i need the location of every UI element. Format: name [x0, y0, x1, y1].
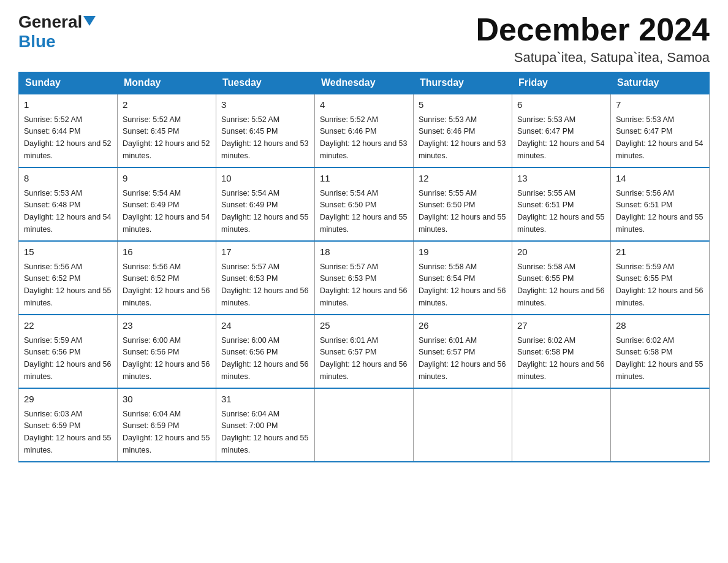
day-detail: Sunrise: 5:55 AMSunset: 6:51 PMDaylight:…	[517, 189, 604, 234]
day-number: 9	[123, 172, 211, 186]
day-detail: Sunrise: 6:02 AMSunset: 6:58 PMDaylight:…	[517, 336, 604, 381]
day-number: 31	[221, 393, 309, 407]
day-detail: Sunrise: 5:52 AMSunset: 6:45 PMDaylight:…	[123, 115, 210, 160]
day-number: 21	[616, 245, 704, 259]
calendar-cell: 16Sunrise: 5:56 AMSunset: 6:52 PMDayligh…	[118, 241, 216, 315]
calendar-week-row: 8Sunrise: 5:53 AMSunset: 6:48 PMDaylight…	[19, 167, 710, 241]
calendar-cell: 8Sunrise: 5:53 AMSunset: 6:48 PMDaylight…	[19, 167, 118, 241]
calendar-cell: 19Sunrise: 5:58 AMSunset: 6:54 PMDayligh…	[414, 241, 512, 315]
day-detail: Sunrise: 5:58 AMSunset: 6:55 PMDaylight:…	[517, 262, 604, 307]
day-number: 30	[123, 393, 211, 407]
day-detail: Sunrise: 6:04 AMSunset: 6:59 PMDaylight:…	[123, 410, 210, 454]
calendar-cell: 30Sunrise: 6:04 AMSunset: 6:59 PMDayligh…	[118, 388, 216, 462]
day-detail: Sunrise: 5:55 AMSunset: 6:50 PMDaylight:…	[419, 189, 506, 234]
day-detail: Sunrise: 5:53 AMSunset: 6:47 PMDaylight:…	[517, 115, 604, 160]
calendar-cell: 7Sunrise: 5:53 AMSunset: 6:47 PMDaylight…	[611, 94, 710, 167]
day-number: 15	[24, 245, 112, 259]
day-number: 10	[221, 172, 309, 186]
day-detail: Sunrise: 5:52 AMSunset: 6:44 PMDaylight:…	[24, 115, 111, 160]
day-detail: Sunrise: 6:03 AMSunset: 6:59 PMDaylight:…	[24, 410, 111, 454]
day-detail: Sunrise: 6:04 AMSunset: 7:00 PMDaylight:…	[221, 410, 308, 454]
day-number: 7	[616, 98, 704, 112]
calendar-week-row: 22Sunrise: 5:59 AMSunset: 6:56 PMDayligh…	[19, 315, 710, 388]
calendar-cell: 25Sunrise: 6:01 AMSunset: 6:57 PMDayligh…	[315, 315, 414, 388]
calendar-week-row: 1Sunrise: 5:52 AMSunset: 6:44 PMDaylight…	[19, 94, 710, 167]
day-number: 5	[419, 98, 507, 112]
calendar-week-row: 15Sunrise: 5:56 AMSunset: 6:52 PMDayligh…	[19, 241, 710, 315]
title-block: December 2024 Satupa`itea, Satupa`itea, …	[476, 12, 710, 66]
calendar-cell: 24Sunrise: 6:00 AMSunset: 6:56 PMDayligh…	[216, 315, 315, 388]
calendar-cell: 10Sunrise: 5:54 AMSunset: 6:49 PMDayligh…	[216, 167, 315, 241]
day-number: 24	[221, 319, 309, 333]
calendar-cell: 12Sunrise: 5:55 AMSunset: 6:50 PMDayligh…	[414, 167, 512, 241]
day-number: 22	[24, 319, 112, 333]
calendar-cell	[512, 388, 611, 462]
calendar-cell: 17Sunrise: 5:57 AMSunset: 6:53 PMDayligh…	[216, 241, 315, 315]
calendar-cell: 27Sunrise: 6:02 AMSunset: 6:58 PMDayligh…	[512, 315, 611, 388]
day-number: 12	[419, 172, 507, 186]
day-detail: Sunrise: 5:53 AMSunset: 6:46 PMDaylight:…	[419, 115, 506, 160]
day-detail: Sunrise: 5:54 AMSunset: 6:50 PMDaylight:…	[320, 189, 407, 234]
logo-blue-text: Blue	[18, 32, 96, 52]
calendar-cell: 5Sunrise: 5:53 AMSunset: 6:46 PMDaylight…	[414, 94, 512, 167]
day-number: 29	[24, 393, 112, 407]
day-number: 8	[24, 172, 112, 186]
calendar-cell: 20Sunrise: 5:58 AMSunset: 6:55 PMDayligh…	[512, 241, 611, 315]
day-detail: Sunrise: 6:01 AMSunset: 6:57 PMDaylight:…	[419, 336, 506, 381]
day-detail: Sunrise: 6:01 AMSunset: 6:57 PMDaylight:…	[320, 336, 407, 381]
calendar-cell: 13Sunrise: 5:55 AMSunset: 6:51 PMDayligh…	[512, 167, 611, 241]
day-number: 27	[517, 319, 605, 333]
calendar-cell: 31Sunrise: 6:04 AMSunset: 7:00 PMDayligh…	[216, 388, 315, 462]
logo-general: General	[18, 12, 96, 32]
day-detail: Sunrise: 5:56 AMSunset: 6:51 PMDaylight:…	[616, 189, 703, 234]
header-sunday: Sunday	[19, 72, 118, 94]
day-number: 14	[616, 172, 704, 186]
day-number: 25	[320, 319, 408, 333]
location-subtitle: Satupa`itea, Satupa`itea, Samoa	[476, 50, 710, 66]
header-wednesday: Wednesday	[315, 72, 414, 94]
calendar-cell: 11Sunrise: 5:54 AMSunset: 6:50 PMDayligh…	[315, 167, 414, 241]
day-number: 11	[320, 172, 408, 186]
page-header: General Blue December 2024 Satupa`itea, …	[18, 12, 710, 66]
day-detail: Sunrise: 5:54 AMSunset: 6:49 PMDaylight:…	[123, 189, 210, 234]
day-number: 3	[221, 98, 309, 112]
calendar-cell: 21Sunrise: 5:59 AMSunset: 6:55 PMDayligh…	[611, 241, 710, 315]
calendar-table: SundayMondayTuesdayWednesdayThursdayFrid…	[18, 72, 710, 462]
calendar-header-row: SundayMondayTuesdayWednesdayThursdayFrid…	[19, 72, 710, 94]
calendar-cell	[611, 388, 710, 462]
day-number: 6	[517, 98, 605, 112]
day-number: 4	[320, 98, 408, 112]
calendar-cell: 26Sunrise: 6:01 AMSunset: 6:57 PMDayligh…	[414, 315, 512, 388]
day-detail: Sunrise: 6:02 AMSunset: 6:58 PMDaylight:…	[616, 336, 703, 381]
calendar-cell	[414, 388, 512, 462]
header-monday: Monday	[118, 72, 216, 94]
calendar-cell: 4Sunrise: 5:52 AMSunset: 6:46 PMDaylight…	[315, 94, 414, 167]
day-detail: Sunrise: 5:57 AMSunset: 6:53 PMDaylight:…	[320, 262, 407, 307]
calendar-cell	[315, 388, 414, 462]
calendar-cell: 15Sunrise: 5:56 AMSunset: 6:52 PMDayligh…	[19, 241, 118, 315]
day-number: 13	[517, 172, 605, 186]
day-detail: Sunrise: 5:56 AMSunset: 6:52 PMDaylight:…	[24, 262, 111, 307]
header-tuesday: Tuesday	[216, 72, 315, 94]
day-number: 28	[616, 319, 704, 333]
day-detail: Sunrise: 5:58 AMSunset: 6:54 PMDaylight:…	[419, 262, 506, 307]
day-detail: Sunrise: 5:59 AMSunset: 6:56 PMDaylight:…	[24, 336, 111, 381]
calendar-cell: 9Sunrise: 5:54 AMSunset: 6:49 PMDaylight…	[118, 167, 216, 241]
day-number: 19	[419, 245, 507, 259]
calendar-cell: 18Sunrise: 5:57 AMSunset: 6:53 PMDayligh…	[315, 241, 414, 315]
day-detail: Sunrise: 5:53 AMSunset: 6:47 PMDaylight:…	[616, 115, 703, 160]
header-thursday: Thursday	[414, 72, 512, 94]
day-detail: Sunrise: 5:59 AMSunset: 6:55 PMDaylight:…	[616, 262, 703, 307]
calendar-week-row: 29Sunrise: 6:03 AMSunset: 6:59 PMDayligh…	[19, 388, 710, 462]
calendar-cell: 22Sunrise: 5:59 AMSunset: 6:56 PMDayligh…	[19, 315, 118, 388]
day-detail: Sunrise: 5:56 AMSunset: 6:52 PMDaylight:…	[123, 262, 210, 307]
day-number: 18	[320, 245, 408, 259]
calendar-cell: 23Sunrise: 6:00 AMSunset: 6:56 PMDayligh…	[118, 315, 216, 388]
calendar-cell: 29Sunrise: 6:03 AMSunset: 6:59 PMDayligh…	[19, 388, 118, 462]
day-detail: Sunrise: 5:54 AMSunset: 6:49 PMDaylight:…	[221, 189, 308, 234]
day-number: 26	[419, 319, 507, 333]
day-number: 2	[123, 98, 211, 112]
day-detail: Sunrise: 5:53 AMSunset: 6:48 PMDaylight:…	[24, 189, 111, 234]
day-number: 1	[24, 98, 112, 112]
calendar-cell: 1Sunrise: 5:52 AMSunset: 6:44 PMDaylight…	[19, 94, 118, 167]
